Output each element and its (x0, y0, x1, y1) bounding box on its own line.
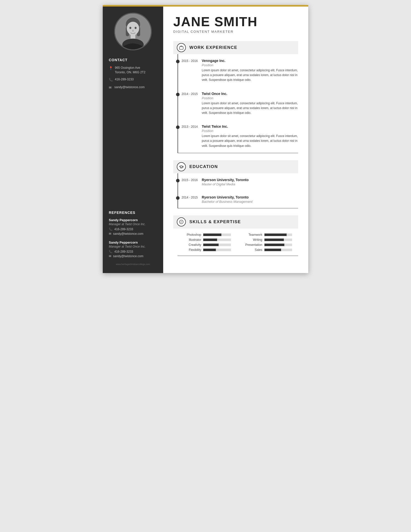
skill-bar-presentation (264, 244, 292, 246)
skill-fill-illustrator (203, 239, 217, 241)
skill-bar-teamwork (264, 234, 292, 236)
phone-item: 📞 416-289-3233 (109, 77, 157, 82)
education-icon (177, 162, 186, 171)
contact-title: CONTACT (109, 58, 157, 62)
svg-point-8 (132, 30, 134, 32)
skill-flexibility: Flexibility (181, 248, 237, 252)
contact-section: CONTACT 📍 965 Ossington AveToronto, ON. … (103, 58, 163, 92)
skill-name-writing: Writing (242, 238, 262, 242)
ref1-email-icon: ✉ (109, 232, 111, 236)
skill-fill-creativity (203, 244, 219, 246)
work-bottom-line (178, 153, 298, 153)
svg-point-7 (135, 27, 137, 29)
education-header: EDUCATION (173, 160, 298, 173)
work-date-3: 2013 - 2014 (178, 124, 198, 148)
reference-1: Sandy Peppercorn Manager at Twist Once I… (109, 218, 157, 236)
ref2-email-text: sandy@twistonce.com (113, 254, 143, 258)
ref2-phone: 📞 416-289-3233 (109, 250, 157, 253)
edu-content-1: Ryerson University, Toronto Master of Di… (198, 178, 298, 186)
work-experience-title: WORK EXPERIENCE (189, 45, 237, 50)
skill-writing: Writing (242, 238, 298, 242)
work-timeline: 2015 - 2016 Venngage Inc. Position Lorem… (178, 54, 298, 153)
ref2-email: ✉ sandy@twistonce.com (109, 254, 157, 258)
phone-text: 416-289-3233 (115, 77, 134, 82)
skills-header: SKILLS & EXPERTISE (173, 215, 298, 228)
ref1-email-text: sandy@twistonce.com (113, 232, 143, 236)
skill-name-sales: Sales (242, 248, 262, 252)
work-position-1: Position (202, 63, 298, 67)
edu-degree-2: Bachelor of Business Management (202, 200, 298, 204)
phone-icon: 📞 (109, 77, 113, 82)
edu-degree-1: Master of Digital Media (202, 182, 298, 186)
ref2-phone-icon: 📞 (109, 250, 113, 253)
watermark: www.heritagechristiancollege.com (113, 263, 153, 265)
work-experience-section: WORK EXPERIENCE 2015 - 2016 Venngage Inc… (173, 41, 298, 153)
skill-fill-presentation (264, 244, 284, 246)
job-title: DIGITAL CONTENT MARKETER (173, 30, 298, 34)
skill-bar-sales (264, 249, 292, 251)
main-content: JANE SMITH DIGITAL CONTENT MARKETER WORK… (163, 5, 308, 273)
work-date-1: 2015 - 2016 (178, 59, 198, 83)
work-desc-3: Lorem ipsum dolor sit amet, consectetur … (202, 134, 298, 148)
skill-name-creativity: Creativity (181, 243, 201, 247)
resume-container: CONTACT 📍 965 Ossington AveToronto, ON. … (103, 5, 308, 273)
work-desc-2: Lorem ipsum dolor sit amet, consectetur … (202, 101, 298, 116)
edu-school-2: Ryerson University, Toronto (202, 195, 298, 199)
skill-name-flexibility: Flexibility (181, 248, 201, 252)
ref2-email-icon: ✉ (109, 254, 111, 258)
work-company-1: Venngage Inc. (202, 59, 298, 63)
ref1-phone-text: 416-289-3233 (114, 227, 133, 231)
skill-illustrator: Illustrator (181, 238, 237, 242)
svg-rect-9 (131, 34, 135, 39)
work-experience-header: WORK EXPERIENCE (173, 41, 298, 54)
skill-name-teamwork: Teamwork (242, 233, 262, 237)
ref1-phone: 📞 416-289-3233 (109, 227, 157, 231)
skill-sales: Sales (242, 248, 298, 252)
skill-bar-creativity (203, 244, 231, 246)
svg-point-5 (127, 22, 139, 35)
skills-left-col: Photoshop Illustrator Creativity (181, 233, 237, 253)
work-position-3: Position (202, 129, 298, 133)
svg-point-6 (129, 27, 131, 29)
address-item: 📍 965 Ossington AveToronto, ON. M6G 2T2 (109, 65, 157, 75)
work-item-2: 2014 - 2015 Twist Once Inc. Position Lor… (178, 87, 298, 120)
ref1-name: Sandy Peppercorn (109, 218, 157, 222)
work-position-2: Position (202, 96, 298, 100)
skills-section: SKILLS & EXPERTISE Photoshop Illustrator (173, 215, 298, 256)
skill-name-photoshop: Photoshop (181, 233, 201, 237)
skills-bottom-line (178, 256, 298, 256)
timeline-dot-2 (176, 93, 180, 96)
avatar (114, 13, 152, 50)
skill-fill-photoshop (203, 234, 221, 236)
education-timeline: 2015 - 2016 Ryerson University, Toronto … (178, 173, 298, 208)
full-name: JANE SMITH (173, 15, 298, 28)
skill-fill-flexibility (203, 249, 216, 251)
skill-bar-illustrator (203, 239, 231, 241)
location-icon: 📍 (109, 66, 113, 71)
references-section: REFERENCES Sandy Peppercorn Manager at T… (103, 211, 163, 263)
skills-right-col: Teamwork Writing Presentation (242, 233, 298, 253)
skill-fill-writing (264, 239, 284, 241)
work-content-1: Venngage Inc. Position Lorem ipsum dolor… (198, 59, 298, 83)
work-item-1: 2015 - 2016 Venngage Inc. Position Lorem… (178, 54, 298, 87)
email-item: ✉ sandy@twistonce.com (109, 85, 157, 90)
work-icon (177, 43, 186, 52)
skills-grid: Photoshop Illustrator Creativity (178, 228, 298, 256)
email-icon: ✉ (109, 85, 112, 90)
reference-2: Sandy Peppercorn Manager at Twist Once I… (109, 241, 157, 258)
ref2-name: Sandy Peppercorn (109, 241, 157, 244)
edu-school-1: Ryerson University, Toronto (202, 178, 298, 182)
skill-fill-teamwork (264, 234, 287, 236)
ref1-email: ✉ sandy@twistonce.com (109, 232, 157, 236)
skill-bar-photoshop (203, 234, 231, 236)
work-content-2: Twist Once Inc. Position Lorem ipsum dol… (198, 92, 298, 116)
sidebar: CONTACT 📍 965 Ossington AveToronto, ON. … (103, 5, 163, 273)
edu-content-2: Ryerson University, Toronto Bachelor of … (198, 195, 298, 204)
svg-rect-11 (180, 47, 183, 49)
ref1-title: Manager at Twist Once Inc. (109, 222, 157, 226)
edu-bottom-line (178, 208, 298, 208)
edu-date-2: 2014 - 2015 (178, 195, 198, 204)
work-company-2: Twist Once Inc. (202, 92, 298, 96)
education-title: EDUCATION (189, 164, 218, 169)
skill-photoshop: Photoshop (181, 233, 237, 237)
